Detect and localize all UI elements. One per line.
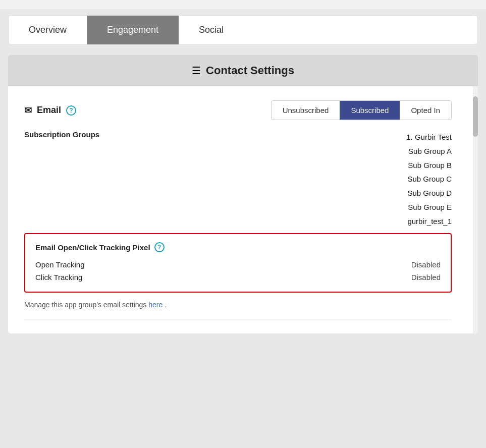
tracking-help-icon[interactable]: ?: [154, 242, 165, 252]
divider: [24, 319, 452, 319]
footer-link[interactable]: here: [148, 301, 163, 309]
btn-subscribed[interactable]: Subscribed: [340, 101, 400, 120]
top-bar: [0, 0, 486, 9]
email-help-icon[interactable]: ?: [66, 105, 76, 116]
group-item: gurbir_test_1: [406, 214, 452, 229]
tracking-header: Email Open/Click Tracking Pixel ?: [35, 242, 441, 252]
click-tracking-row: Click Tracking Disabled: [35, 271, 441, 284]
settings-body: ✉ Email ? Unsubscribed Subscribed Opted …: [8, 86, 478, 333]
group-item: Sub Group E: [406, 200, 452, 214]
open-tracking-label: Open Tracking: [35, 260, 85, 269]
email-text: Email: [37, 105, 61, 116]
group-item: Sub Group A: [406, 144, 452, 158]
footer-suffix: .: [165, 301, 167, 309]
click-tracking-label: Click Tracking: [35, 273, 82, 282]
content-area: ☰ Contact Settings ✉ Email ? Unsubscribe…: [8, 55, 478, 333]
email-row: ✉ Email ? Unsubscribed Subscribed Opted …: [24, 100, 462, 120]
contact-settings-icon: ☰: [192, 65, 201, 77]
email-label: ✉ Email ?: [24, 105, 76, 116]
group-item: Sub Group B: [406, 158, 452, 173]
group-item: Sub Group C: [406, 172, 452, 186]
subscription-groups-label: Subscription Groups: [24, 130, 99, 228]
open-tracking-row: Open Tracking Disabled: [35, 258, 441, 271]
email-icon: ✉: [24, 105, 32, 116]
group-item: 1. Gurbir Test: [406, 130, 452, 144]
tracking-title: Email Open/Click Tracking Pixel: [35, 243, 150, 252]
subscription-buttons: Unsubscribed Subscribed Opted In: [271, 100, 452, 120]
tracking-section: Email Open/Click Tracking Pixel ? Open T…: [24, 233, 452, 293]
tab-overview[interactable]: Overview: [9, 16, 87, 44]
subscription-groups-row: Subscription Groups 1. Gurbir Test Sub G…: [24, 130, 462, 228]
tab-social[interactable]: Social: [179, 16, 244, 44]
contact-settings-header: ☰ Contact Settings: [8, 55, 478, 86]
footer-prefix: Manage this app group's email settings: [24, 301, 146, 309]
group-item: Sub Group D: [406, 186, 452, 200]
btn-opted-in[interactable]: Opted In: [400, 101, 451, 120]
subscription-groups-list: 1. Gurbir Test Sub Group A Sub Group B S…: [406, 130, 452, 228]
open-tracking-status: Disabled: [411, 260, 441, 269]
btn-unsubscribed[interactable]: Unsubscribed: [272, 101, 340, 120]
footer-text: Manage this app group's email settings h…: [24, 301, 462, 309]
scrollbar[interactable]: [473, 86, 478, 333]
tabs-container: Overview Engagement Social: [8, 15, 478, 45]
scrollbar-thumb: [473, 96, 478, 137]
contact-settings-title: Contact Settings: [206, 64, 294, 77]
click-tracking-status: Disabled: [411, 273, 441, 282]
tab-engagement[interactable]: Engagement: [87, 16, 179, 44]
